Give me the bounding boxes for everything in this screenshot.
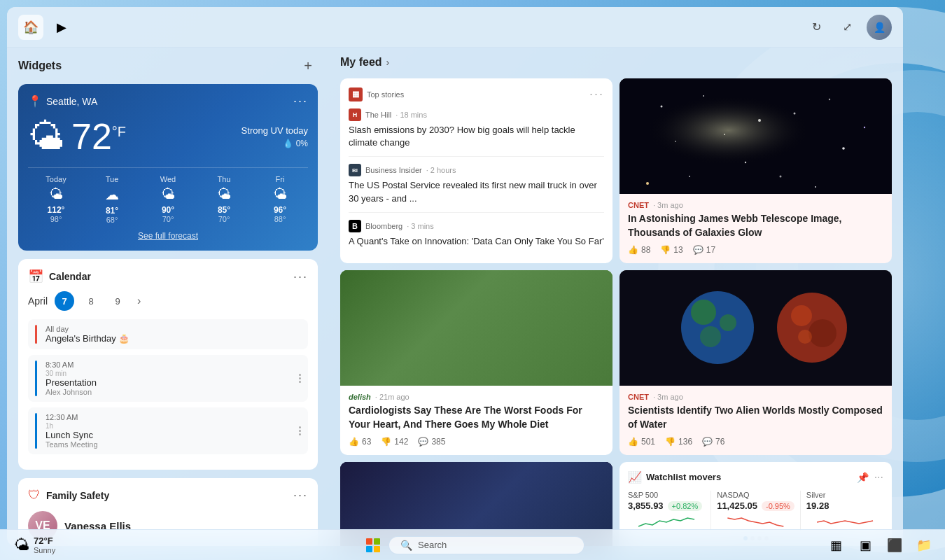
galaxy-dislike-button[interactable]: 👎 13 <box>660 245 682 255</box>
refresh-icon[interactable]: ↻ <box>805 16 827 38</box>
forecast-day-4: Fri 🌤 96° 88° <box>252 175 308 224</box>
forecast-temps-0: 112° 98° <box>28 205 84 223</box>
taskbar-weather[interactable]: 🌤 72°F Sunny <box>8 533 61 557</box>
taskbar: 🌤 72°F Sunny 🔍 Search ▦ ▣ ⬛ 📁 <box>0 529 945 560</box>
watchlist-silver: Silver 19.28 <box>806 491 883 531</box>
calendar-day-7[interactable]: 7 <box>55 291 74 311</box>
widgets-title: Widgets <box>18 59 62 72</box>
watchlist-chart-icon: 📈 <box>628 470 642 484</box>
watchlist-more-icon[interactable]: ··· <box>874 471 883 484</box>
calendar-event-presentation: 8:30 AM30 min Presentation Alex Johnson <box>28 355 308 402</box>
calendar-title: Calendar <box>49 271 91 282</box>
news-item-1[interactable]: BI Business Insider · 2 hours The US Pos… <box>349 164 604 212</box>
calendar-chevron-icon[interactable]: › <box>137 295 141 307</box>
nasdaq-change: -0.95% <box>762 501 794 511</box>
galaxy-like-button[interactable]: 👍 88 <box>628 245 650 255</box>
galaxy-comment-button[interactable]: 💬 17 <box>693 245 715 255</box>
weather-more-icon[interactable]: ··· <box>293 94 308 108</box>
taskbar-video-icon[interactable]: ⬛ <box>882 533 907 558</box>
feed-chevron-icon[interactable]: › <box>386 57 390 68</box>
sp500-price: 3,855.93 <box>628 500 664 511</box>
watchlist-title-row: 📈 Watchlist movers <box>628 470 721 484</box>
cnet-galaxy-title: In Astonishing James Webb Telescope Imag… <box>628 212 883 239</box>
svg-point-39 <box>448 519 454 525</box>
delish-food-card[interactable]: delish · 21m ago Cardiologists Say These… <box>340 270 612 455</box>
delish-comment-button[interactable]: 💬 385 <box>418 437 445 447</box>
taskbar-screen-icon[interactable]: ▣ <box>853 533 878 558</box>
event-bar-presentation <box>35 360 37 396</box>
event-lunch-more-icon[interactable] <box>299 413 301 449</box>
taskbar-weather-icon: 🌤 <box>14 536 29 554</box>
add-widget-button[interactable]: + <box>298 56 318 76</box>
home-icon-btn[interactable]: 🏠 <box>18 15 43 40</box>
news-item-2[interactable]: B Bloomberg · 3 mins A Quant's Take on I… <box>349 220 604 248</box>
calendar-month: April <box>28 295 48 307</box>
weather-location-name: 📍 Seattle, WA <box>28 94 97 108</box>
silver-sparkline <box>806 514 883 531</box>
see-full-forecast-link[interactable]: See full forecast <box>28 231 308 241</box>
feed-header: My feed › <box>340 56 892 69</box>
planets-like-button[interactable]: 👍 501 <box>628 437 655 447</box>
watchlist-pin-icon[interactable]: 📌 <box>857 472 869 483</box>
svg-point-40 <box>455 514 461 520</box>
family-header: 🛡 Family Safety ··· <box>28 488 308 503</box>
event-lunch-title: Lunch Sync <box>46 430 290 440</box>
watchlist-sp500: S&P 500 3,855.93 +0.82% <box>628 491 705 531</box>
watchlist-nasdaq: NASDAQ 11,425.05 -0.95% <box>717 491 794 531</box>
feed-grid: ▦ Top stories ··· H The Hill · 18 mins S… <box>340 78 892 546</box>
cnet-planets-title: Scientists Identify Two Alien Worlds Mos… <box>628 404 883 431</box>
planets-comment-button[interactable]: 💬 76 <box>702 437 724 447</box>
galaxy-image <box>620 78 892 194</box>
cnet-galaxy-source: CNET · 3m ago <box>628 201 883 209</box>
taskbar-widgets-icon[interactable]: ▦ <box>823 533 848 558</box>
news-item-0[interactable]: H The Hill · 18 mins Slash emissions by … <box>349 108 604 157</box>
calendar-event-lunch: 12:30 AM1h Lunch Sync Teams Meeting <box>28 407 308 454</box>
taskbar-folder-icon[interactable]: 📁 <box>911 533 937 558</box>
avatar[interactable]: 👤 <box>867 15 892 40</box>
delish-dislike-button[interactable]: 👎 142 <box>381 437 408 447</box>
family-more-icon[interactable]: ··· <box>293 488 308 503</box>
weather-temperature: 72°F <box>71 115 126 158</box>
event-presentation-more-icon[interactable] <box>299 360 301 396</box>
widget-panel: 🏠 ▶ ↻ ⤢ 👤 Widgets + 📍 Seattle, WA <box>7 7 903 546</box>
delish-body: delish · 21m ago Cardiologists Say These… <box>340 386 612 455</box>
cnet-galaxy-time: · 3m ago <box>653 201 683 209</box>
food-image <box>340 270 612 386</box>
topbar: 🏠 ▶ ↻ ⤢ 👤 <box>7 7 903 48</box>
event-lunch-sub: Teams Meeting <box>46 440 290 449</box>
watchlist-items: S&P 500 3,855.93 +0.82% <box>628 491 883 531</box>
location-pin-icon: 📍 <box>28 94 42 108</box>
expand-icon[interactable]: ⤢ <box>836 16 858 38</box>
cnet-galaxy-actions: 👍 88 👎 13 💬 17 <box>628 245 883 255</box>
taskbar-search-box[interactable]: 🔍 Search <box>388 536 584 554</box>
event-presentation-time: 8:30 AM30 min <box>46 360 290 377</box>
news-item-0-source: H The Hill · 18 mins <box>349 108 604 121</box>
calendar-more-icon[interactable]: ··· <box>293 270 308 284</box>
nasdaq-price: 11,425.05 <box>717 500 757 511</box>
calendar-day-9[interactable]: 9 <box>108 291 127 311</box>
cnet-galaxy-source-name: CNET <box>628 201 649 209</box>
news-item-2-source: B Bloomberg · 3 mins <box>349 220 604 232</box>
weather-rain: 💧 0% <box>241 139 308 148</box>
start-button[interactable] <box>360 533 386 558</box>
planets-dislike-button[interactable]: 👎 136 <box>665 437 692 447</box>
topbar-right: ↻ ⤢ 👤 <box>805 15 892 40</box>
video-icon-btn[interactable]: ▶ <box>49 15 74 40</box>
calendar-day-8[interactable]: 8 <box>81 291 101 311</box>
cnet-planets-card[interactable]: CNET · 3m ago Scientists Identify Two Al… <box>620 270 892 455</box>
top-stories-more-icon[interactable]: ··· <box>589 87 604 102</box>
svg-point-31 <box>808 319 836 347</box>
top-stories-card[interactable]: ▦ Top stories ··· H The Hill · 18 mins S… <box>340 78 612 263</box>
taskbar-condition: Sunny <box>34 546 55 554</box>
top-stories-badge: ▦ Top stories <box>349 88 404 102</box>
news-item-2-title: A Quant's Take on Innovation: 'Data Can … <box>349 235 604 248</box>
content-area: Widgets + 📍 Seattle, WA ··· 🌤 72°F <box>7 48 903 546</box>
delish-like-button[interactable]: 👍 63 <box>349 437 371 447</box>
search-label: Search <box>418 540 447 550</box>
nasdaq-sparkline <box>717 514 794 531</box>
svg-rect-43 <box>536 504 571 528</box>
calendar-header: 📅 Calendar ··· <box>28 269 308 284</box>
svg-rect-15 <box>620 78 892 194</box>
cnet-galaxy-card[interactable]: CNET · 3m ago In Astonishing James Webb … <box>620 78 892 263</box>
hill-time: · 18 mins <box>396 111 427 119</box>
